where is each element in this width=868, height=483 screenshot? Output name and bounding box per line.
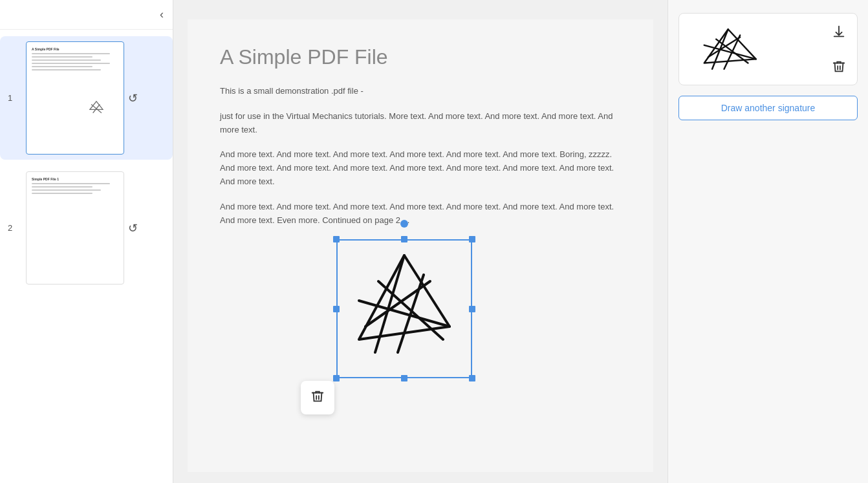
thumb-line [32, 53, 110, 54]
pdf-title: A Simple PDF File [220, 45, 621, 69]
page-list: 1 A Simple PDF File [0, 30, 173, 296]
handle-top-center[interactable] [401, 236, 407, 242]
page-number-1: 1 [8, 93, 21, 103]
download-button[interactable] [827, 20, 851, 43]
chevron-left-icon: ‹ [160, 8, 164, 21]
thumb-title-1: A Simple PDF File [32, 47, 118, 51]
handle-top-right[interactable] [469, 236, 475, 242]
handle-middle-left[interactable] [333, 306, 340, 312]
signature-overlay[interactable] [336, 239, 472, 378]
collapse-button[interactable]: ‹ [160, 8, 164, 21]
delete-icon [310, 389, 325, 407]
page-item-2[interactable]: 2 Simple PDF File 1 ↺ [0, 166, 173, 290]
handle-bottom-center[interactable] [401, 375, 407, 381]
pdf-paragraph-0: This is a small demonstration .pdf file … [220, 85, 621, 98]
signature-drawing [340, 242, 469, 372]
rotate-icon: ↺ [128, 222, 138, 235]
pdf-body: This is a small demonstration .pdf file … [220, 85, 621, 227]
thumb-line [32, 183, 110, 184]
draw-another-signature-button[interactable]: Draw another signature [678, 96, 858, 120]
rotate-button-1[interactable]: ↺ [128, 91, 138, 105]
rotate-handle[interactable] [400, 220, 408, 228]
pdf-paragraph-1: just for use in the Virtual Mechanics tu… [220, 110, 621, 137]
delete-button[interactable] [827, 55, 851, 78]
signature-preview-card [678, 13, 858, 85]
thumb-line [32, 59, 101, 61]
thumb-line [32, 186, 92, 188]
pdf-page: A Simple PDF File This is a small demons… [188, 19, 653, 472]
thumb-title-2: Simple PDF File 1 [32, 177, 118, 181]
rotate-icon: ↺ [128, 92, 138, 105]
signature-preview-actions [827, 20, 851, 78]
signature-preview-thumbnail [686, 20, 786, 78]
thumb-line [32, 63, 110, 64]
page-thumbnail-2: Simple PDF File 1 [26, 171, 124, 284]
right-panel: Draw another signature [667, 0, 868, 483]
pdf-paragraph-2: And more text. And more text. And more t… [220, 148, 621, 188]
sidebar: ‹ 1 A Simple PDF File [0, 0, 173, 483]
signature-delete-button[interactable] [301, 381, 334, 414]
thumb-line [32, 69, 101, 70]
handle-top-left[interactable] [333, 236, 340, 242]
handle-bottom-right[interactable] [469, 375, 475, 381]
rotate-button-2[interactable]: ↺ [128, 221, 138, 235]
page-number-2: 2 [8, 223, 21, 233]
page-item-1[interactable]: 1 A Simple PDF File [0, 36, 173, 160]
thumb-line [32, 189, 101, 191]
signature-selection-box[interactable] [336, 239, 472, 378]
handle-middle-right[interactable] [469, 306, 475, 312]
handle-bottom-left[interactable] [333, 375, 340, 381]
thumb-line [32, 66, 92, 67]
main-content: A Simple PDF File This is a small demons… [173, 0, 667, 483]
thumb-line [32, 193, 92, 194]
sidebar-header: ‹ [0, 0, 173, 30]
pdf-paragraph-3: And more text. And more text. And more t… [220, 200, 621, 228]
thumb-line [32, 56, 92, 58]
page-thumbnail-1: A Simple PDF File [26, 41, 124, 155]
